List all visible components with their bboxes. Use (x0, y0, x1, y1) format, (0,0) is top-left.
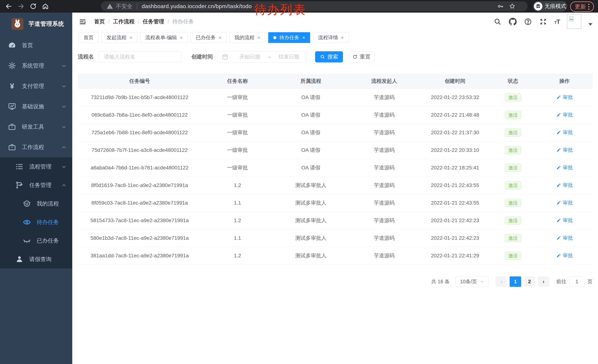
search-icon[interactable] (493, 18, 502, 26)
sidebar-item-home[interactable]: 首页 (0, 35, 72, 56)
bookmark-star-icon[interactable] (509, 3, 516, 10)
incognito-label: 无痕模式 (545, 3, 566, 10)
process-name-input[interactable] (99, 51, 181, 62)
col-task-name: 任务名称 (201, 74, 274, 89)
browser-update-button[interactable]: 更新 (570, 1, 594, 12)
avatar[interactable] (567, 15, 581, 29)
breadcrumb-current: 待办任务 (172, 18, 194, 25)
sidebar-item-task-mgmt[interactable]: 任务管理 (0, 176, 72, 194)
sidebar-item-label: 基础设施 (22, 103, 44, 110)
tags-view: 首页 发起流程× 流程表单-编辑× 已办任务× 我的流程× 待办任务× 流程详情… (72, 31, 598, 45)
close-icon[interactable]: × (130, 35, 132, 40)
goto-page-input[interactable] (569, 276, 584, 287)
page-content: 流程名 创建时间 开始日期 - 结束日期 搜索 重置 (72, 44, 598, 364)
col-created: 创建时间 (420, 74, 490, 89)
breadcrumb: 首页 / 工作流程 / 任务管理 / 待办任务 (94, 13, 194, 31)
date-range-picker[interactable]: 开始日期 - 结束日期 (218, 51, 307, 63)
sidebar-item-devtools[interactable]: 研发工具 (0, 117, 72, 137)
approve-link[interactable]: 审批 (556, 182, 573, 188)
sidebar-collapse-icon[interactable] (79, 18, 86, 25)
todo-task-table: 任务编号 任务名称 所属流程 流程发起人 创建时间 状态 操作 73211d9d… (78, 74, 593, 265)
monitor-icon (8, 102, 16, 111)
app-logo-row[interactable]: 芋道管理系统 (0, 13, 72, 35)
text-size-icon[interactable]: TT (554, 18, 560, 25)
close-icon[interactable]: × (219, 35, 221, 40)
chevron-down-icon (61, 64, 66, 68)
breadcrumb-home[interactable]: 首页 (94, 18, 105, 25)
approve-link[interactable]: 审批 (556, 217, 573, 224)
incognito-icon (534, 2, 542, 11)
sidebar-item-payment[interactable]: ¥ 支付管理 (0, 76, 72, 96)
chevron-up-icon (61, 183, 66, 188)
close-icon[interactable]: × (341, 35, 344, 40)
main-area: 首页 / 工作流程 / 任务管理 / 待办任务 (72, 13, 598, 364)
breadcrumb-workflow[interactable]: 工作流程 (113, 18, 134, 25)
forward-icon[interactable] (17, 3, 25, 10)
approve-link[interactable]: 审批 (556, 252, 573, 259)
table-row: 8f059c03-7ac8-11ec-a9e2-a2380e71991a1.1测… (78, 194, 593, 212)
page-size-select[interactable]: 10条/页 (456, 276, 489, 287)
status-badge: 激活 (505, 252, 521, 260)
sidebar-item-workflow[interactable]: 工作流程 (0, 137, 72, 157)
sidebar-item-my-process[interactable]: 我的流程 (0, 194, 72, 213)
breadcrumb-separator: / (167, 19, 169, 25)
tab-start-process[interactable]: 发起流程× (101, 32, 137, 43)
next-page-button[interactable]: › (538, 276, 549, 287)
close-icon[interactable]: × (257, 35, 260, 40)
search-button[interactable]: 搜索 (315, 51, 343, 62)
col-process: 所属流程 (274, 74, 348, 89)
fullscreen-icon[interactable] (539, 18, 547, 26)
browser-menu-icon[interactable] (588, 4, 590, 10)
key-icon[interactable] (497, 3, 504, 10)
reload-icon[interactable] (30, 3, 37, 10)
list-icon (15, 162, 24, 171)
status-badge: 激活 (505, 146, 521, 154)
col-actions: 操作 (536, 74, 593, 89)
status-badge: 激活 (505, 111, 521, 119)
tab-home[interactable]: 首页 (79, 32, 99, 43)
close-icon[interactable]: × (302, 35, 305, 40)
user-icon (15, 255, 24, 263)
page-button-2[interactable]: 2 (524, 276, 535, 287)
approve-link[interactable]: 审批 (556, 129, 573, 136)
warning-icon (107, 3, 113, 10)
sidebar-item-todo-tasks[interactable]: 待办任务 (0, 213, 72, 231)
eye-icon (23, 218, 31, 226)
sidebar-item-leave-query[interactable]: 请假查询 (0, 250, 72, 268)
tab-my-process[interactable]: 我的流程× (230, 32, 265, 43)
help-icon[interactable] (524, 18, 532, 26)
topbar: 首页 / 工作流程 / 任务管理 / 待办任务 (72, 13, 598, 31)
sidebar-item-infra[interactable]: 基础设施 (0, 96, 72, 117)
approve-link[interactable]: 审批 (556, 147, 573, 153)
github-icon[interactable] (509, 18, 517, 26)
breadcrumb-separator: / (138, 19, 139, 25)
app-logo-rabbit (11, 18, 23, 30)
sidebar-item-system[interactable]: 系统管理 (0, 56, 72, 76)
app-title: 芋道管理系统 (29, 20, 64, 28)
tab-todo-tasks[interactable]: 待办任务× (268, 32, 310, 43)
dropdown-caret-icon[interactable] (588, 23, 592, 26)
page-button-1[interactable]: 1 (510, 276, 521, 287)
reset-button[interactable]: 重置 (349, 51, 374, 62)
sidebar-item-label: 首页 (22, 42, 33, 49)
approve-link[interactable]: 审批 (556, 199, 573, 206)
approve-link[interactable]: 审批 (556, 112, 573, 118)
annotation-text: 待办列表 (254, 1, 306, 18)
approve-link[interactable]: 审批 (556, 94, 573, 101)
tab-process-form-edit[interactable]: 流程表单-编辑× (140, 32, 188, 43)
tab-process-detail[interactable]: 流程详情× (313, 32, 349, 43)
calendar-icon (222, 54, 228, 60)
tab-done-tasks[interactable]: 已办任务× (191, 32, 226, 43)
address-bar[interactable]: 不安全 dashboard.yudao.iocoder.cn/bpm/task/… (101, 1, 528, 11)
back-icon[interactable] (5, 3, 12, 10)
breadcrumb-separator: / (108, 19, 110, 25)
close-icon[interactable]: × (180, 35, 183, 40)
breadcrumb-task-mgmt[interactable]: 任务管理 (143, 18, 164, 25)
sidebar-item-done-tasks[interactable]: 已办任务 (0, 231, 72, 250)
prev-page-button[interactable]: ‹ (496, 276, 507, 287)
approve-link[interactable]: 审批 (556, 164, 573, 171)
home-icon[interactable] (42, 3, 49, 10)
approve-link[interactable]: 审批 (556, 235, 573, 241)
sidebar-item-process-mgmt[interactable]: 流程管理 (0, 157, 72, 176)
chevron-down-icon (61, 164, 66, 169)
